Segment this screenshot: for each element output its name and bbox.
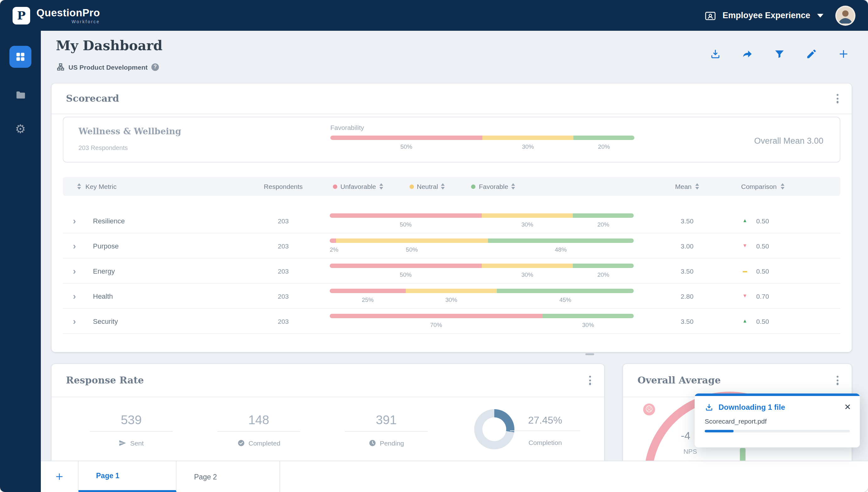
stat-label-text: Completed	[249, 439, 280, 447]
sidebar-item-dashboards[interactable]	[9, 46, 31, 68]
row-expand-chevron[interactable]: ›	[73, 241, 76, 250]
add-widget-button[interactable]	[838, 48, 849, 59]
close-icon[interactable]: ✕	[844, 403, 851, 411]
metric-comparison: ▼ 0.70	[736, 292, 824, 300]
col-unfavorable: Unfavorable	[333, 182, 383, 190]
sidebar-item-settings[interactable]: ⚙	[0, 121, 41, 136]
row-expand-chevron[interactable]: ›	[73, 316, 76, 326]
bar-segment-green	[497, 289, 634, 293]
bar-segment-yellow	[406, 289, 497, 293]
sidebar-item-folders[interactable]	[0, 87, 41, 102]
bar-segment-yellow	[482, 264, 573, 268]
bar-segment-red	[330, 239, 336, 243]
bar-segment-red	[330, 213, 482, 218]
filter-button[interactable]	[774, 48, 785, 59]
avatar[interactable]	[835, 5, 855, 25]
completion-label: Completion	[501, 439, 589, 446]
bar-segment-yellow	[483, 136, 573, 140]
page-title: My Dashboard	[56, 38, 162, 53]
bar-segment-green	[573, 213, 634, 218]
bar-segment-red	[330, 314, 543, 318]
row-expand-chevron[interactable]: ›	[73, 291, 76, 301]
metric-mean: 3.50	[638, 217, 736, 224]
stat-label-text: Pending	[380, 439, 404, 447]
bar-segment-green	[488, 239, 634, 243]
summary-respondents: 203 Respondents	[78, 144, 128, 151]
trend-down-icon: ▼	[741, 243, 749, 248]
bar-segment-green	[543, 314, 634, 318]
metric-name: Purpose	[86, 242, 242, 249]
stat-completed: 148 Completed	[209, 413, 309, 447]
sort-icon[interactable]	[695, 183, 699, 190]
sort-icon[interactable]	[511, 183, 515, 190]
bar-track	[330, 264, 634, 268]
divider	[217, 431, 300, 432]
metric-name: Security	[86, 317, 242, 325]
metric-respondents: 203	[242, 317, 324, 325]
favorable-dot-icon	[471, 184, 476, 189]
tab-page-1[interactable]: Page 1	[78, 461, 177, 492]
help-icon[interactable]: ?	[151, 63, 159, 71]
toast-accent-bar	[695, 393, 860, 396]
stat-value: 391	[336, 413, 437, 427]
bar-segment-label: 70%	[330, 321, 543, 328]
team-name: US Product Development	[68, 63, 148, 71]
row-expand-chevron[interactable]: ›	[73, 266, 76, 275]
metric-bar: 2%50%48%	[324, 239, 638, 253]
bar-track	[330, 289, 634, 293]
app-window: P QuestionPro Workforce Employee Experie…	[0, 0, 868, 492]
tab-page-2[interactable]: Page 2	[177, 461, 280, 492]
sort-icon[interactable]	[441, 183, 445, 190]
add-page-button[interactable]	[41, 461, 78, 492]
plus-icon	[55, 472, 64, 481]
table-row: › Health 203 25%30%45% 2.80 ▼ 0.70	[63, 284, 840, 309]
stat-label: Sent	[81, 439, 182, 447]
metric-mean: 3.00	[638, 242, 736, 249]
neutral-dot-icon	[409, 184, 414, 189]
unfavorable-dot-icon	[333, 184, 337, 189]
sort-icon[interactable]	[379, 183, 383, 190]
bar-segment-label: 20%	[573, 221, 634, 228]
kebab-menu-icon[interactable]	[834, 91, 842, 106]
download-toast: Downloading 1 file ✕ Scorecard_report.pd…	[695, 393, 860, 447]
edit-button[interactable]	[806, 48, 817, 59]
workspace-selector[interactable]: Employee Experience	[704, 5, 855, 25]
toast-title: Downloading 1 file	[719, 402, 785, 411]
bar-segment-red	[330, 136, 483, 140]
scorecard-header: Scorecard	[51, 83, 852, 114]
send-icon	[119, 439, 126, 447]
sort-icon[interactable]	[77, 183, 81, 190]
bar-labels: 25%30%45%	[330, 296, 634, 303]
share-button[interactable]	[742, 48, 753, 59]
bar-track	[330, 213, 634, 218]
gear-icon: ⚙	[15, 121, 26, 136]
bar-segment-red	[330, 289, 406, 293]
sad-face-icon: ☹	[643, 403, 655, 415]
download-progress-track	[705, 429, 850, 432]
nps-label: NPS	[680, 447, 701, 455]
bar-segment-green	[573, 264, 634, 268]
row-expand-chevron[interactable]: ›	[73, 216, 76, 225]
metric-name: Health	[86, 292, 242, 300]
workspace-label: Employee Experience	[723, 11, 810, 20]
trend-up-icon: ▲	[741, 318, 749, 324]
bar-segment-label: 50%	[330, 143, 483, 150]
stat-value: 148	[209, 413, 309, 427]
comparison-value: 0.70	[756, 292, 769, 300]
table-row: › Purpose 203 2%50%48% 3.00 ▼ 0.50	[63, 233, 840, 259]
metric-comparison: ▬ 0.50	[736, 267, 824, 274]
tab-label: Page 1	[96, 472, 119, 479]
sort-icon[interactable]	[780, 183, 784, 190]
bar-segment-label: 2%	[330, 246, 336, 253]
kebab-menu-icon[interactable]	[586, 372, 594, 388]
legend-row: Unfavorable Neutral Favorable	[324, 182, 638, 190]
metric-respondents: 203	[242, 217, 324, 224]
bar-segment-label: 48%	[488, 246, 634, 253]
col-neutral: Neutral	[409, 182, 445, 190]
download-button[interactable]	[710, 48, 721, 59]
summary-name: Wellness & Wellbeing	[78, 126, 181, 136]
favorability-label: Favorability	[330, 124, 634, 131]
table-scrollbar-thumb[interactable]	[585, 353, 594, 355]
bar-segment-label: 50%	[336, 246, 488, 253]
questionpro-logo-icon[interactable]: P	[13, 7, 30, 24]
